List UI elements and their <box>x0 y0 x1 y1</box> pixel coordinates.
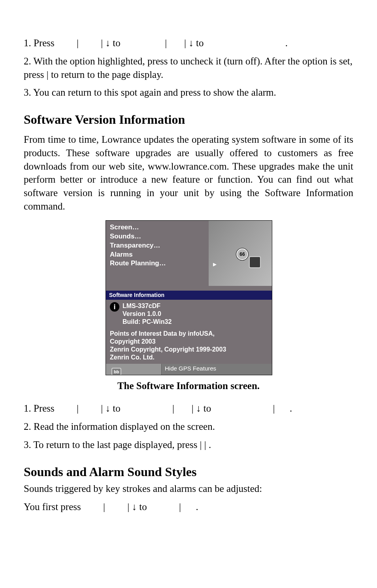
text-press: 1. Press <box>24 38 57 48</box>
copyright-line: Zenrin Co. Ltd. <box>110 354 268 361</box>
text-you-first-press: You first press <box>24 501 83 512</box>
down-arrow-icon: ↓ to <box>106 403 123 414</box>
down-arrow-icon: ↓ to <box>132 501 149 512</box>
period: . <box>290 403 292 414</box>
sw-step-3: 3. To return to the last page displayed,… <box>24 438 353 452</box>
copyright-line: Points of Interest Data by infoUSA, <box>110 330 268 338</box>
copyright-block: Points of Interest Data by infoUSA, Copy… <box>110 330 268 361</box>
pipe: | <box>103 501 105 512</box>
pipe: | <box>179 501 181 512</box>
sw-step-2: 2. Read the information displayed on the… <box>24 420 353 433</box>
pipe: | <box>77 38 79 48</box>
screenshot-bottom: bb 16 N 36°10.712' Hide GPS Features Set… <box>106 364 272 375</box>
menu-item: Screen… <box>110 223 268 232</box>
mid-text: LMS-337cDF Version 1.0.0 Build: PC-Win32 <box>123 302 172 326</box>
step-3-text: 3. You can return to this spot again and… <box>24 87 276 98</box>
pipe: | <box>172 403 174 414</box>
screenshot-bottom-right: Hide GPS Features Set Language… Transfer… <box>162 364 272 375</box>
submenu-arrow-icon: ▸ <box>213 259 217 269</box>
text-press: 1. Press <box>24 403 57 414</box>
screenshot: Screen… Sounds… Transparency… Alarms Rou… <box>106 220 272 375</box>
step-2-top: 2. With the option highlighted, press to… <box>24 55 353 81</box>
down-arrow-icon: ↓ to <box>196 403 213 414</box>
pipe: | <box>165 38 167 48</box>
pipe: | <box>101 38 103 48</box>
screenshot-bottom-left: bb 16 N 36°10.712' <box>106 364 162 375</box>
pipe: | <box>184 38 186 48</box>
figure-caption: The Software Information screen. <box>24 379 353 393</box>
step-1-top: 1. Press | | ↓ to | | ↓ to . <box>24 36 353 50</box>
shield-icon <box>249 256 261 268</box>
step-3-top: 3. You can return to this spot again and… <box>24 86 353 99</box>
sounds-step: You first press | | ↓ to | . <box>24 500 353 514</box>
pipe: | <box>273 403 275 414</box>
period: . <box>285 38 288 48</box>
menu-item: Route Planning… <box>110 259 268 268</box>
screenshot-top: Screen… Sounds… Transparency… Alarms Rou… <box>106 221 272 291</box>
pipe: | <box>127 501 129 512</box>
copyright-line: Zenrin Copyright, Copyright 1999-2003 <box>110 346 268 354</box>
pipe: | <box>101 403 103 414</box>
route-number-badge: 66 <box>236 248 248 260</box>
pipe: | <box>77 403 79 414</box>
info-icon: i <box>110 302 119 312</box>
para-software: From time to time, Lowrance updates the … <box>24 133 353 213</box>
build-text: Build: PC-Win32 <box>123 318 172 326</box>
down-arrow-icon: ↓ to <box>188 38 206 48</box>
pipe: | <box>192 403 194 414</box>
para-sounds: Sounds triggered by key strokes and alar… <box>24 482 353 495</box>
copyright-line: Copyright 2003 <box>110 338 268 346</box>
bb-badge: bb <box>111 368 121 375</box>
figure-software-info: Screen… Sounds… Transparency… Alarms Rou… <box>106 220 271 375</box>
step-2-text: 2. With the option highlighted, press to… <box>24 56 352 80</box>
down-arrow-icon: ↓ to <box>106 38 123 48</box>
page: 1. Press | | ↓ to | | ↓ to . 2. With the… <box>0 0 377 588</box>
screenshot-titlebar: Software Information <box>106 291 272 300</box>
mid-row: i LMS-337cDF Version 1.0.0 Build: PC-Win… <box>110 302 268 326</box>
screenshot-mid: i LMS-337cDF Version 1.0.0 Build: PC-Win… <box>106 300 272 364</box>
period: . <box>196 501 198 512</box>
product-name: LMS-337cDF <box>123 302 172 310</box>
sw-step-3-text: 3. To return to the last page displayed,… <box>24 439 211 450</box>
heading-sounds: Sounds and Alarm Sound Styles <box>24 463 353 480</box>
menu-item: Sounds… <box>110 232 268 241</box>
sw-step-1: 1. Press | | ↓ to | | ↓ to | . <box>24 402 353 415</box>
menu-item: Hide GPS Features <box>162 364 272 373</box>
version-text: Version 1.0.0 <box>123 310 172 318</box>
menu-item: Set Language… <box>162 373 272 375</box>
heading-software-version: Software Version Information <box>24 111 353 128</box>
